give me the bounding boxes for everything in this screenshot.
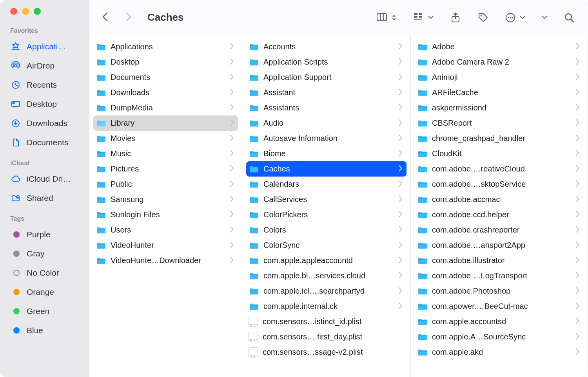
list-item[interactable]: Biome	[246, 146, 407, 161]
list-item[interactable]: Assistants	[246, 100, 407, 115]
item-label: com.sensors…ssage-v2.plist	[263, 348, 403, 357]
sidebar-item[interactable]: Downloads	[0, 114, 89, 133]
chevron-right-icon	[230, 195, 234, 204]
list-item[interactable]: Desktop	[93, 54, 238, 70]
list-item[interactable]: Audio	[246, 115, 407, 131]
list-item[interactable]: ARFileCache	[415, 85, 584, 100]
list-item[interactable]: Adobe Camera Raw 2	[415, 54, 584, 70]
list-item[interactable]: Accounts	[246, 39, 407, 54]
list-item[interactable]: Sunlogin Files	[93, 207, 238, 222]
share-button[interactable]	[450, 12, 461, 23]
list-item[interactable]: com.apple.A…SourceSync	[415, 329, 584, 345]
list-item[interactable]: com.apple.accountsd	[415, 314, 584, 329]
sidebar-tag-item[interactable]: Orange	[0, 282, 89, 301]
item-label: com.apple.internal.ck	[263, 302, 394, 311]
sidebar-item[interactable]: Applicati…	[0, 37, 89, 56]
list-item[interactable]: Application Support	[246, 70, 407, 85]
item-label: Users	[111, 225, 226, 234]
list-item[interactable]: askpermissiond	[415, 100, 584, 115]
list-item[interactable]: com.adobe.Photoshop	[415, 283, 584, 299]
minimize-button[interactable]	[22, 8, 29, 15]
list-item[interactable]: Caches	[246, 161, 407, 177]
list-item[interactable]: Movies	[93, 131, 238, 146]
list-item[interactable]: com.adobe.…ansport2App	[415, 238, 584, 253]
sidebar-tag-item[interactable]: Gray	[0, 244, 89, 263]
list-item[interactable]: Users	[93, 222, 238, 238]
sidebar-tag-item[interactable]: Green	[0, 301, 89, 321]
zoom-button[interactable]	[34, 8, 41, 15]
sidebar-item[interactable]: Documents	[0, 133, 89, 152]
view-mode-button[interactable]	[376, 12, 397, 23]
list-item[interactable]: ColorPickers	[246, 207, 407, 222]
search-button[interactable]	[564, 12, 575, 23]
list-item[interactable]: CBSReport	[415, 115, 584, 131]
list-item[interactable]: Library	[93, 115, 238, 131]
sidebar-item-label: Gray	[27, 249, 45, 258]
list-item[interactable]: PLISTcom.sensors…istinct_id.plist	[246, 314, 407, 329]
overflow-button[interactable]	[542, 15, 547, 20]
item-label: com.adobe.…reativeCloud	[432, 164, 572, 173]
forward-button[interactable]	[124, 12, 133, 23]
list-item[interactable]: Animoji	[415, 70, 584, 85]
sidebar-tag-item[interactable]: Blue	[0, 321, 89, 340]
sidebar-item[interactable]: iCloud Dri…	[0, 169, 89, 188]
list-item[interactable]: VideoHunte…Downloader	[93, 253, 238, 268]
list-item[interactable]: PLISTcom.sensors…ssage-v2.plist	[246, 345, 407, 360]
list-item[interactable]: com.adobe.accmac	[415, 192, 584, 207]
sidebar-tag-item[interactable]: No Color	[0, 263, 89, 282]
list-item[interactable]: DumpMedia	[93, 100, 238, 115]
list-item[interactable]: com.adobe.ccd.helper	[415, 207, 584, 222]
chevron-right-icon	[398, 195, 403, 204]
sidebar-item[interactable]: Recents	[0, 75, 89, 94]
list-item[interactable]: Samsung	[93, 192, 238, 207]
list-item[interactable]: VideoHunter	[93, 238, 238, 253]
list-item[interactable]: Calendars	[246, 177, 407, 192]
list-item[interactable]: com.apower.…BeeCut-mac	[415, 299, 584, 314]
list-item[interactable]: com.apple.internal.ck	[246, 299, 407, 314]
list-item[interactable]: Autosave Information	[246, 131, 407, 146]
list-item[interactable]: Adobe	[415, 39, 584, 54]
list-item[interactable]: com.apple.appleaccountd	[246, 253, 407, 268]
list-item[interactable]: com.adobe.…sktopService	[415, 177, 584, 192]
tag-dot-icon	[13, 251, 20, 257]
sidebar-item[interactable]: AirDrop	[0, 56, 89, 75]
more-button[interactable]	[505, 12, 525, 23]
list-item[interactable]: CallServices	[246, 192, 407, 207]
sidebar-tag-item[interactable]: Purple	[0, 225, 89, 244]
list-item[interactable]: com.apple.akd	[415, 345, 584, 360]
list-item[interactable]: com.apple.icl….searchpartyd	[246, 283, 407, 299]
column-1[interactable]: ApplicationsDesktopDocumentsDownloadsDum…	[89, 35, 242, 377]
list-item[interactable]: Pictures	[93, 161, 238, 177]
list-item[interactable]: Downloads	[93, 85, 238, 100]
group-by-button[interactable]	[413, 12, 434, 23]
sidebar-item[interactable]: Desktop	[0, 94, 89, 114]
list-item[interactable]: Public	[93, 177, 238, 192]
sidebar-section-favorites: Favorites	[0, 24, 89, 37]
list-item[interactable]: Music	[93, 146, 238, 161]
list-item[interactable]: com.adobe.…LogTransport	[415, 268, 584, 283]
back-button[interactable]	[101, 12, 111, 23]
list-item[interactable]: ColorSync	[246, 238, 407, 253]
list-item[interactable]: Application Scripts	[246, 54, 407, 70]
list-item[interactable]: Assistant	[246, 85, 407, 100]
list-item[interactable]: com.apple.bl…services.cloud	[246, 268, 407, 283]
close-button[interactable]	[10, 8, 17, 15]
column-2[interactable]: AccountsApplication ScriptsApplication S…	[242, 35, 411, 377]
list-item[interactable]: chrome_crashpad_handler	[415, 131, 584, 146]
list-item[interactable]: com.adobe.crashreporter	[415, 222, 584, 238]
list-item[interactable]: Documents	[93, 70, 238, 85]
sidebar-item[interactable]: Shared	[0, 188, 89, 207]
item-label: Application Scripts	[263, 58, 394, 67]
list-item[interactable]: com.adobe.illustrator	[415, 253, 584, 268]
list-item[interactable]: Colors	[246, 222, 407, 238]
list-item[interactable]: CloudKit	[415, 146, 584, 161]
list-item[interactable]: PLISTcom.sensors….first_day.plist	[246, 329, 407, 345]
column-3[interactable]: AdobeAdobe Camera Raw 2AnimojiARFileCach…	[411, 35, 588, 377]
chevron-right-icon	[575, 317, 580, 326]
list-item[interactable]: Applications	[93, 39, 238, 54]
chevron-right-icon	[575, 134, 580, 143]
list-item[interactable]: com.adobe.…reativeCloud	[415, 161, 584, 177]
folder-icon	[249, 88, 260, 97]
tags-button[interactable]	[477, 12, 488, 23]
chevron-right-icon	[230, 149, 234, 158]
